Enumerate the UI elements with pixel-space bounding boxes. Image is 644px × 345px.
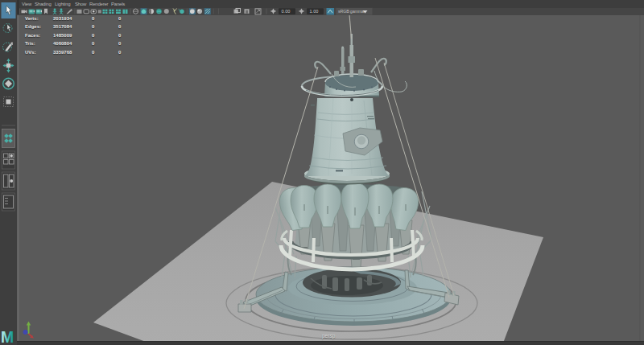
svg-text:1.00: 1.00 bbox=[310, 9, 319, 14]
svg-text:M: M bbox=[1, 328, 14, 345]
svg-text:sRGB gamma: sRGB gamma bbox=[338, 9, 364, 14]
svg-text:0.00: 0.00 bbox=[282, 9, 291, 14]
